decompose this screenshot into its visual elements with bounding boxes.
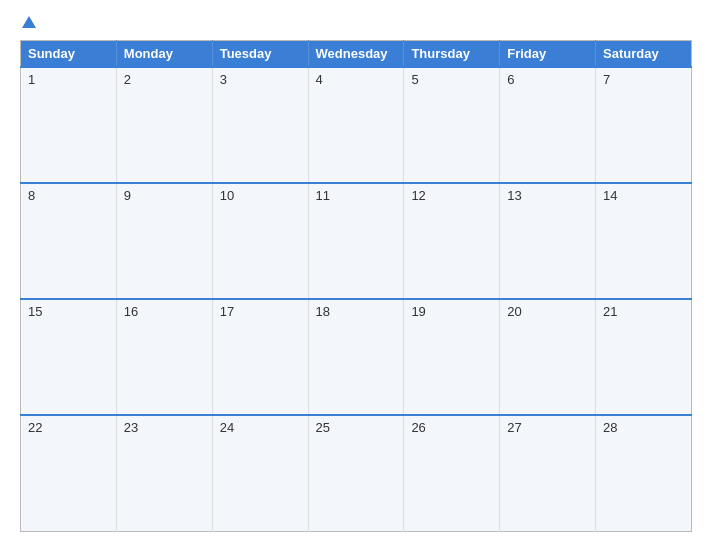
calendar-table: SundayMondayTuesdayWednesdayThursdayFrid… <box>20 40 692 532</box>
header <box>20 18 692 30</box>
day-number: 8 <box>28 188 35 203</box>
day-number: 17 <box>220 304 234 319</box>
calendar-cell-26: 26 <box>404 415 500 531</box>
day-number: 10 <box>220 188 234 203</box>
calendar-cell-19: 19 <box>404 299 500 415</box>
calendar-cell-18: 18 <box>308 299 404 415</box>
day-number: 23 <box>124 420 138 435</box>
calendar-cell-8: 8 <box>21 183 117 299</box>
calendar-cell-4: 4 <box>308 67 404 183</box>
day-number: 3 <box>220 72 227 87</box>
day-number: 24 <box>220 420 234 435</box>
calendar-cell-24: 24 <box>212 415 308 531</box>
calendar-cell-6: 6 <box>500 67 596 183</box>
day-number: 12 <box>411 188 425 203</box>
week-row-1: 1234567 <box>21 67 692 183</box>
day-number: 15 <box>28 304 42 319</box>
day-number: 26 <box>411 420 425 435</box>
calendar-cell-9: 9 <box>116 183 212 299</box>
day-header-wednesday: Wednesday <box>308 41 404 68</box>
calendar-cell-28: 28 <box>596 415 692 531</box>
calendar-cell-23: 23 <box>116 415 212 531</box>
day-header-saturday: Saturday <box>596 41 692 68</box>
calendar-body: 1234567891011121314151617181920212223242… <box>21 67 692 532</box>
calendar-header: SundayMondayTuesdayWednesdayThursdayFrid… <box>21 41 692 68</box>
calendar-cell-13: 13 <box>500 183 596 299</box>
day-number: 18 <box>316 304 330 319</box>
week-row-2: 891011121314 <box>21 183 692 299</box>
day-number: 20 <box>507 304 521 319</box>
day-number: 2 <box>124 72 131 87</box>
calendar-cell-21: 21 <box>596 299 692 415</box>
day-header-sunday: Sunday <box>21 41 117 68</box>
calendar-cell-17: 17 <box>212 299 308 415</box>
calendar-cell-2: 2 <box>116 67 212 183</box>
day-number: 11 <box>316 188 330 203</box>
calendar-cell-5: 5 <box>404 67 500 183</box>
day-header-thursday: Thursday <box>404 41 500 68</box>
calendar-cell-16: 16 <box>116 299 212 415</box>
day-number: 6 <box>507 72 514 87</box>
calendar-cell-11: 11 <box>308 183 404 299</box>
logo <box>20 18 36 30</box>
day-number: 21 <box>603 304 617 319</box>
calendar-cell-27: 27 <box>500 415 596 531</box>
day-number: 7 <box>603 72 610 87</box>
calendar-cell-7: 7 <box>596 67 692 183</box>
calendar-cell-10: 10 <box>212 183 308 299</box>
day-headers-row: SundayMondayTuesdayWednesdayThursdayFrid… <box>21 41 692 68</box>
day-number: 13 <box>507 188 521 203</box>
day-header-friday: Friday <box>500 41 596 68</box>
week-row-4: 22232425262728 <box>21 415 692 531</box>
calendar-cell-1: 1 <box>21 67 117 183</box>
calendar-cell-14: 14 <box>596 183 692 299</box>
calendar-cell-20: 20 <box>500 299 596 415</box>
day-number: 28 <box>603 420 617 435</box>
day-number: 27 <box>507 420 521 435</box>
day-number: 14 <box>603 188 617 203</box>
calendar-cell-3: 3 <box>212 67 308 183</box>
calendar-cell-25: 25 <box>308 415 404 531</box>
calendar-cell-22: 22 <box>21 415 117 531</box>
calendar-page: SundayMondayTuesdayWednesdayThursdayFrid… <box>0 0 712 550</box>
day-header-monday: Monday <box>116 41 212 68</box>
calendar-cell-15: 15 <box>21 299 117 415</box>
day-number: 22 <box>28 420 42 435</box>
logo-triangle-icon <box>22 16 36 28</box>
calendar-cell-12: 12 <box>404 183 500 299</box>
day-number: 16 <box>124 304 138 319</box>
day-number: 1 <box>28 72 35 87</box>
day-number: 9 <box>124 188 131 203</box>
day-number: 4 <box>316 72 323 87</box>
day-number: 19 <box>411 304 425 319</box>
week-row-3: 15161718192021 <box>21 299 692 415</box>
day-header-tuesday: Tuesday <box>212 41 308 68</box>
day-number: 5 <box>411 72 418 87</box>
day-number: 25 <box>316 420 330 435</box>
